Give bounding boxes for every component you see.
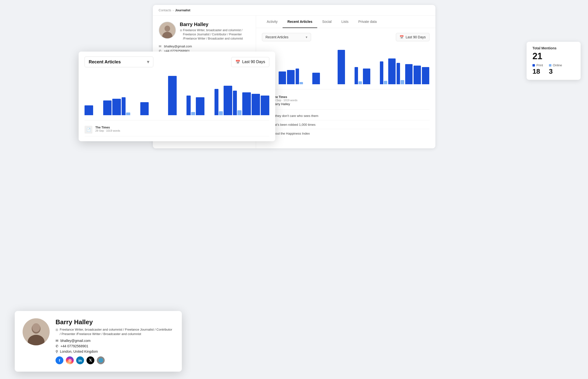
online-bar [384,81,387,84]
article-type-filter[interactable]: Recent Articles ▾ [262,33,311,41]
article-title: Barry Halley [273,102,298,106]
svg-point-6 [32,323,40,332]
picker-article-source: The Times [95,126,120,129]
popup-email: ✉ bhalley@gmail.com [56,339,174,343]
popup-globe-icon[interactable]: 🌐 [97,356,105,364]
picker-online-bar [219,111,223,115]
date-range-filter[interactable]: 📅 Last 90 Days [396,33,429,41]
picker-date-button[interactable]: 📅 Last 90 Days [231,57,269,67]
online-bar [300,82,303,84]
picker-bar-group [187,74,195,115]
print-dot [532,64,535,66]
mentions-breakdown: Print 18 Online 3 [532,63,575,75]
picker-chart [84,71,269,120]
popup-email-icon: ✉ [56,339,59,343]
chart-bar-group [413,48,421,84]
print-bar [338,50,345,84]
breadcrumb: Contacts › Journalist [153,5,435,16]
print-count: 18 [532,67,543,75]
popup-twitter-icon[interactable]: 𝕏 [86,356,94,364]
picker-bar-group [196,74,205,115]
date-range-label: Last 90 Days [406,35,426,39]
picker-print-bar [103,100,112,115]
picker-print-bar [242,92,251,115]
print-mentions: Print 18 [532,63,543,75]
picker-print-bar [233,91,237,115]
picker-article-icon: 📄 [84,126,92,134]
calendar-icon: 📅 [399,35,404,39]
picker-print-bar [187,95,191,115]
article-source: The Times [273,95,298,99]
chart-bar-group [329,48,337,84]
print-bar [363,68,370,84]
tab-recent-articles[interactable]: Recent Articles [283,16,317,28]
chart-bar-group [346,48,353,84]
chart-bar-group [371,48,379,84]
picker-print-bar [122,97,126,115]
picker-calendar-icon: 📅 [235,60,240,64]
popup-phone-icon: ✆ [56,344,59,348]
picker-bar-group [233,74,241,115]
article-picker-popup: Recent Articles ▾ 📅 Last 90 Days 📄 The T… [79,52,275,141]
profile-name: Barry Halley [180,22,250,27]
chart-bar-group [321,48,328,84]
breadcrumb-current: Journalist [175,8,190,12]
tab-lists[interactable]: Lists [336,16,353,28]
popup-instagram-icon[interactable]: ◎ [66,356,74,364]
online-bar [400,80,404,84]
breadcrumb-contacts[interactable]: Contacts [159,8,171,12]
chart-bar-group [363,48,370,84]
article-item: 📄 The Times 29 Sep · 1019 words Barry Ha… [262,92,429,110]
popup-info: Barry Halley ⊞ Freelance Writer, broadca… [56,318,174,364]
chart-bar-group [388,48,396,84]
picker-print-bar [140,102,149,115]
articles-content: Recent Articles ▾ 📅 Last 90 Days 📄 The T [256,28,435,145]
tab-private-data[interactable]: Private data [353,16,381,28]
tab-social[interactable]: Social [317,16,336,28]
chart-bar-group [355,48,362,84]
picker-article-meta: 29 Sep · 1019 words [95,129,120,132]
picker-bar-group [94,74,102,115]
picker-date-label: Last 90 Days [242,60,265,64]
print-bar [388,59,396,84]
picker-print-bar [168,76,177,115]
picker-chevron-icon: ▾ [147,59,149,64]
print-bar [380,62,383,84]
picker-article-label: Recent Articles [89,60,121,64]
breadcrumb-chevron: › [173,9,174,12]
print-bar [312,73,320,84]
picker-bar-group [131,74,140,115]
popup-linkedin-icon[interactable]: in [76,356,84,364]
tab-activity[interactable]: Activity [262,16,283,28]
picker-bar-group [112,74,121,115]
right-content: Activity Recent Articles Social Lists Pr… [256,16,435,148]
article-snippets: ...brazen they don't care who sees them … [262,110,429,140]
chart-bar-group [405,48,413,84]
picker-bar-group [149,74,158,115]
popup-facebook-icon[interactable]: f [56,356,64,364]
svg-point-1 [164,26,170,32]
email-icon: ✉ [159,45,163,48]
chart-bar-group [296,48,303,84]
picker-bar-group [84,74,93,115]
print-bar [397,63,400,84]
picker-print-bar [84,105,93,115]
picker-bar-group [103,74,112,115]
print-bar [413,65,421,84]
popup-location: ⚲ London, United Kingdom [56,349,174,353]
picker-article-type[interactable]: Recent Articles ▾ [84,57,153,67]
popup-social-icons: f ◎ in 𝕏 🌐 [56,356,174,364]
picker-article-item: 📄 The Times 29 Sep · 1019 words [84,123,269,136]
picker-print-bar [223,86,232,115]
chart-area [262,45,429,89]
chevron-down-icon: ▾ [306,35,307,39]
chart-bar-group [312,48,320,84]
chart-bar-group [397,48,404,84]
popup-contact-items: ✉ bhalley@gmail.com ✆ +44 07792568901 ⚲ … [56,339,174,353]
chart-bar-group [279,48,286,84]
online-dot [549,64,551,66]
picker-bar-group [252,74,260,115]
role-icon: ⊞ [180,29,182,32]
print-bar [422,67,429,84]
print-bar [287,70,294,84]
